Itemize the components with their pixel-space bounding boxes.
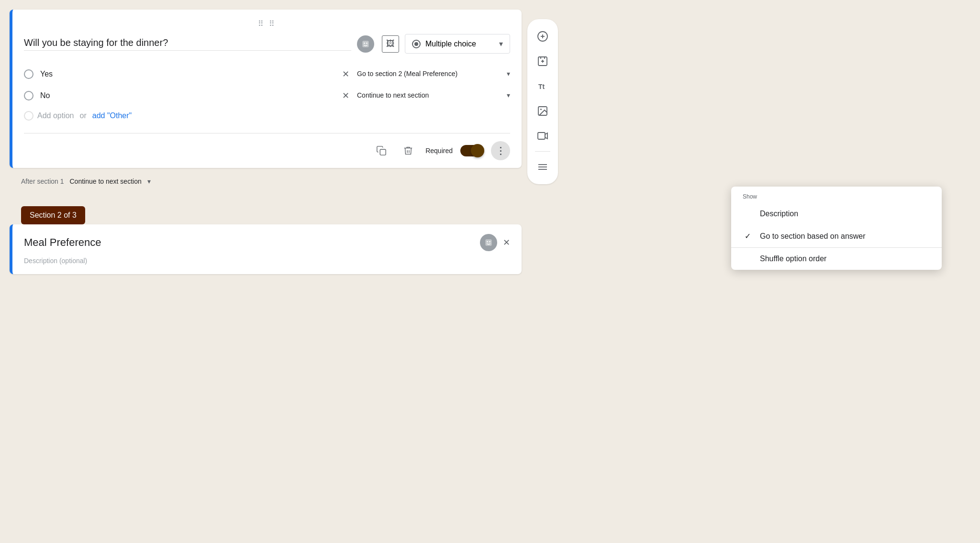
more-options-btn[interactable]: ⋮ xyxy=(491,141,510,160)
form-container: ⠿ ⠿ 🖼 xyxy=(10,10,522,274)
question-type-selector[interactable]: Multiple choice ▾ xyxy=(405,34,510,54)
context-menu-go-to-section[interactable]: ✓ Go to section based on answer xyxy=(731,225,942,247)
yes-section-dropdown-arrow: ▾ xyxy=(507,70,510,78)
go-to-section-check: ✓ xyxy=(743,232,752,241)
add-video-btn[interactable] xyxy=(531,124,554,147)
after-section-value: Continue to next section xyxy=(70,177,142,185)
section2-collapse-btn[interactable]: ✕ xyxy=(503,237,510,248)
svg-point-13 xyxy=(540,109,542,110)
import-question-btn[interactable] xyxy=(531,50,554,73)
answer-option-no: No ✕ Continue to next section ▾ xyxy=(24,85,510,106)
radio-circle-no xyxy=(24,91,33,100)
add-option-circle xyxy=(24,111,33,121)
add-other-link[interactable]: add "Other" xyxy=(92,111,132,120)
svg-point-5 xyxy=(487,241,488,243)
add-section-btn[interactable] xyxy=(531,155,554,178)
answer-option-yes: Yes ✕ Go to section 2 (Meal Preference) … xyxy=(24,63,510,85)
more-icon: ⋮ xyxy=(496,145,505,156)
context-menu-go-to-section-label: Go to section based on answer xyxy=(760,232,866,241)
context-menu: Show Description ✓ Go to section based o… xyxy=(731,187,942,270)
svg-marker-15 xyxy=(545,133,547,139)
answer-options-list: Yes ✕ Go to section 2 (Meal Preference) … xyxy=(24,63,510,125)
card-bottom-row: Required ⋮ xyxy=(24,141,510,160)
remove-yes-btn[interactable]: ✕ xyxy=(341,69,350,79)
required-toggle[interactable] xyxy=(460,145,483,156)
svg-point-1 xyxy=(364,43,365,44)
image-icon-btn[interactable]: 🖼 xyxy=(382,35,399,53)
shuffle-check xyxy=(743,255,752,263)
remove-no-btn[interactable]: ✕ xyxy=(341,91,350,100)
section2-ai-avatar xyxy=(480,234,497,251)
svg-point-2 xyxy=(366,43,368,44)
no-section-dropdown-text: Continue to next section xyxy=(357,91,503,99)
svg-rect-4 xyxy=(485,239,491,245)
section2-description[interactable]: Description (optional) xyxy=(24,257,510,265)
svg-point-6 xyxy=(489,241,490,243)
add-question-btn[interactable] xyxy=(531,25,554,48)
question-card: ⠿ ⠿ 🖼 xyxy=(10,10,522,168)
context-menu-description[interactable]: Description xyxy=(731,203,942,225)
no-section-dropdown-arrow: ▾ xyxy=(507,91,510,99)
svg-text:Tt: Tt xyxy=(538,83,545,90)
question-title-input[interactable] xyxy=(24,37,351,51)
option-text-no: No xyxy=(40,91,334,100)
sidebar-divider xyxy=(535,151,550,152)
svg-rect-0 xyxy=(362,41,368,47)
radio-icon xyxy=(412,40,421,48)
after-section-row: After section 1 Continue to next section… xyxy=(10,168,522,195)
add-image-btn[interactable] xyxy=(531,100,554,122)
yes-section-dropdown-text: Go to section 2 (Meal Preference) xyxy=(357,70,503,78)
drag-handle[interactable]: ⠿ ⠿ xyxy=(24,19,510,28)
question-type-label: Multiple choice xyxy=(425,40,476,48)
type-dropdown-arrow: ▾ xyxy=(499,39,503,48)
svg-rect-3 xyxy=(380,149,386,155)
after-section-dropdown-arrow[interactable]: ▾ xyxy=(147,177,151,185)
section2-badge: Section 2 of 3 xyxy=(21,206,85,224)
add-title-btn[interactable]: Tt xyxy=(531,75,554,98)
radio-circle-yes xyxy=(24,69,33,79)
svg-rect-14 xyxy=(538,133,545,139)
delete-btn[interactable] xyxy=(399,141,418,160)
yes-section-dropdown[interactable]: Go to section 2 (Meal Preference) ▾ xyxy=(357,68,510,80)
toggle-knob xyxy=(471,144,484,157)
add-option-text[interactable]: Add option xyxy=(37,111,74,120)
section2-wrapper: Section 2 of 3 Meal Preference ✕ Descri xyxy=(10,202,522,274)
or-text: or xyxy=(80,111,87,120)
card-divider xyxy=(24,133,510,133)
ai-avatar xyxy=(357,35,374,53)
context-menu-shuffle-label: Shuffle option order xyxy=(760,255,826,263)
after-section-label: After section 1 xyxy=(21,177,64,185)
context-menu-description-label: Description xyxy=(760,210,798,218)
right-sidebar: Tt xyxy=(527,19,558,184)
no-section-dropdown[interactable]: Continue to next section ▾ xyxy=(357,89,510,101)
context-menu-shuffle[interactable]: Shuffle option order xyxy=(731,248,942,270)
section2-title: Meal Preference xyxy=(24,236,474,249)
option-text-yes: Yes xyxy=(40,70,334,78)
required-label: Required xyxy=(425,147,453,155)
add-option-row: Add option or add "Other" xyxy=(24,106,510,125)
section2-card: Meal Preference ✕ Description (optional) xyxy=(10,224,522,274)
copy-btn[interactable] xyxy=(372,141,391,160)
context-menu-show-label: Show xyxy=(731,187,942,203)
description-check xyxy=(743,210,752,218)
